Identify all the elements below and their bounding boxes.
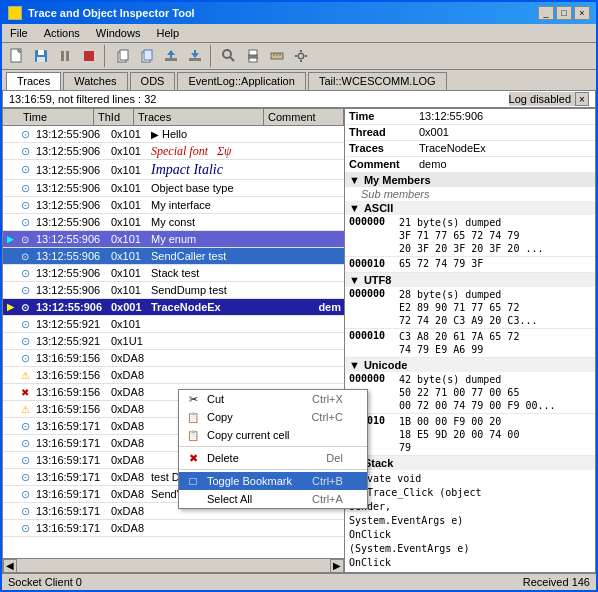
title-controls: _ □ × [538, 6, 590, 20]
table-row[interactable]: ⊙ 13:12:55:906 0x101 My const [3, 214, 344, 231]
title-bar: Trace and Object Inspector Tool _ □ × [2, 2, 596, 24]
table-row[interactable]: ▶ ⊙ 13:12:55:906 0x001 TraceNodeEx dem [3, 299, 344, 316]
tab-eventlog[interactable]: EventLog::Application [177, 72, 305, 90]
tb-pause[interactable] [54, 45, 76, 67]
tb-save[interactable] [30, 45, 52, 67]
tb-print[interactable] [242, 45, 264, 67]
table-row[interactable]: ⊙ 13:12:55:906 0x101 Object base type [3, 180, 344, 197]
table-row[interactable]: ⊙ 13:16:59:156 0xDA8 [3, 350, 344, 367]
table-row[interactable]: ⊙ 13:12:55:906 0x101 Stack test [3, 265, 344, 282]
cell-thid: 0xDA8 [108, 471, 148, 483]
rp-utf8-val2: C3 A8 20 61 7A 65 7274 79 E9 A6 99 [395, 329, 595, 357]
svg-point-25 [296, 51, 306, 61]
rp-mymembers-section: ▼ My Members [345, 173, 595, 187]
table-row[interactable]: ⊙ 13:12:55:906 0x101 My interface [3, 197, 344, 214]
row-icon: ⊙ [17, 486, 33, 502]
col-header-comment: Comment [264, 109, 344, 125]
ctx-select-all[interactable]: Select All Ctrl+A [179, 490, 367, 508]
ctx-cut[interactable]: ✂ Cut Ctrl+X [179, 390, 367, 408]
ctx-cut-label: Cut [207, 393, 224, 405]
tab-watches[interactable]: Watches [63, 72, 127, 90]
scroll-left-btn[interactable]: ◀ [3, 559, 17, 573]
cell-thid: 0x101 [108, 164, 148, 176]
row-icon: ⊙ [17, 503, 33, 519]
cell-thid: 0xDA8 [108, 437, 148, 449]
table-row[interactable]: ⊙ 13:12:55:921 0x101 [3, 316, 344, 333]
cell-thid: 0x101 [108, 216, 148, 228]
row-bookmark: ▶ [3, 234, 17, 244]
log-status: Log disabled × [509, 92, 589, 106]
row-icon: ⊙ [17, 282, 33, 298]
tb-search[interactable] [218, 45, 240, 67]
rp-ascii-row2: 000010 65 72 74 79 3F [345, 257, 595, 273]
tab-traces[interactable]: Traces [6, 72, 61, 90]
cell-thid: 0xDA8 [108, 454, 148, 466]
expand-icon-utf8: ▼ [349, 274, 360, 286]
h-scrollbar[interactable]: ◀ ▶ [3, 558, 344, 572]
cell-time: 13:16:59:171 [33, 505, 108, 517]
ctx-copy-shortcut: Ctrl+C [311, 411, 342, 423]
scroll-right-btn[interactable]: ▶ [330, 559, 344, 573]
tb-new[interactable] [6, 45, 28, 67]
rp-unicode-val2: 1B 00 00 F9 00 2018 E5 9D 20 00 74 0079 [395, 414, 595, 455]
table-row[interactable]: ⊙ 13:12:55:906 0x101 ▶ Hello [3, 126, 344, 143]
cell-time: 13:12:55:906 [33, 233, 108, 245]
tb-upload[interactable] [160, 45, 182, 67]
tab-tail[interactable]: Tail::WCESCOMM.LOG [308, 72, 447, 90]
row-icon: ⊙ [17, 265, 33, 281]
status-left: Socket Client 0 [8, 576, 82, 588]
rp-thread-label: Thread [345, 125, 415, 139]
ctx-copy-cell[interactable]: 📋 Copy current cell [179, 426, 367, 444]
rp-comment-label: Comment [345, 157, 415, 171]
tab-bar: Traces Watches ODS EventLog::Application… [2, 70, 596, 90]
table-row[interactable]: ⊙ 13:12:55:906 0x101 Impact Italic [3, 160, 344, 180]
ctx-delete[interactable]: ✖ Delete Del [179, 449, 367, 467]
cell-time: 13:16:59:171 [33, 454, 108, 466]
rp-stack-row: private void butTrace_Click (object send… [345, 470, 595, 572]
tb-settings[interactable] [290, 45, 312, 67]
ctx-copy[interactable]: 📋 Copy Ctrl+C [179, 408, 367, 426]
cell-traces: My interface [148, 199, 344, 211]
close-button[interactable]: × [574, 6, 590, 20]
menu-file[interactable]: File [6, 26, 32, 40]
cell-traces: Object base type [148, 182, 344, 194]
tab-ods[interactable]: ODS [130, 72, 176, 90]
minimize-button[interactable]: _ [538, 6, 554, 20]
table-row[interactable]: ⊙ 13:12:55:921 0x1U1 [3, 333, 344, 350]
cell-time: 13:16:59:156 [33, 369, 108, 381]
maximize-button[interactable]: □ [556, 6, 572, 20]
rp-unicode-row1: 000000 42 byte(s) dumped50 22 71 00 77 0… [345, 372, 595, 414]
tb-stop[interactable] [78, 45, 100, 67]
ctx-bookmark-label: Toggle Bookmark [207, 475, 292, 487]
table-row[interactable]: ⊙ 13:16:59:171 0xDA8 [3, 520, 344, 537]
ctx-copy-label: Copy [207, 411, 233, 423]
svg-rect-6 [84, 51, 94, 61]
ctx-toggle-bookmark[interactable]: □ Toggle Bookmark Ctrl+B [179, 472, 367, 490]
tb-copy2[interactable] [136, 45, 158, 67]
table-row[interactable]: ▶ ⊙ 13:12:55:906 0x101 My enum [3, 231, 344, 248]
row-icon: ✖ [17, 384, 33, 400]
row-icon: ⊙ [17, 180, 33, 196]
rp-utf8-row2: 000010 C3 A8 20 61 7A 65 7274 79 E9 A6 9… [345, 329, 595, 358]
svg-point-24 [298, 53, 304, 59]
cell-traces: SendDump test [148, 284, 344, 296]
menu-help[interactable]: Help [152, 26, 183, 40]
cell-thid: 0xDA8 [108, 352, 148, 364]
tb-download[interactable] [184, 45, 206, 67]
row-icon: ⊙ [17, 469, 33, 485]
menu-windows[interactable]: Windows [92, 26, 145, 40]
rp-utf8-addr2: 000010 [345, 329, 395, 342]
log-close-button[interactable]: × [575, 92, 589, 106]
menu-actions[interactable]: Actions [40, 26, 84, 40]
table-row[interactable]: ⊙ 13:12:55:906 0x101 SendDump test [3, 282, 344, 299]
table-row[interactable]: ⚠ 13:16:59:156 0xDA8 [3, 367, 344, 384]
svg-marker-14 [191, 50, 199, 58]
table-header: Time ThId Traces Comment [3, 109, 344, 126]
cell-comment: dem [315, 301, 344, 313]
tb-copy1[interactable] [112, 45, 134, 67]
row-icon: ⊙ [17, 316, 33, 332]
tb-ruler[interactable] [266, 45, 288, 67]
table-row[interactable]: ⊙ 13:12:55:906 0x101 Special font Σψ [3, 143, 344, 160]
table-row[interactable]: ⊙ 13:12:55:906 0x101 SendCaller test [3, 248, 344, 265]
cell-traces: My enum [148, 233, 344, 245]
